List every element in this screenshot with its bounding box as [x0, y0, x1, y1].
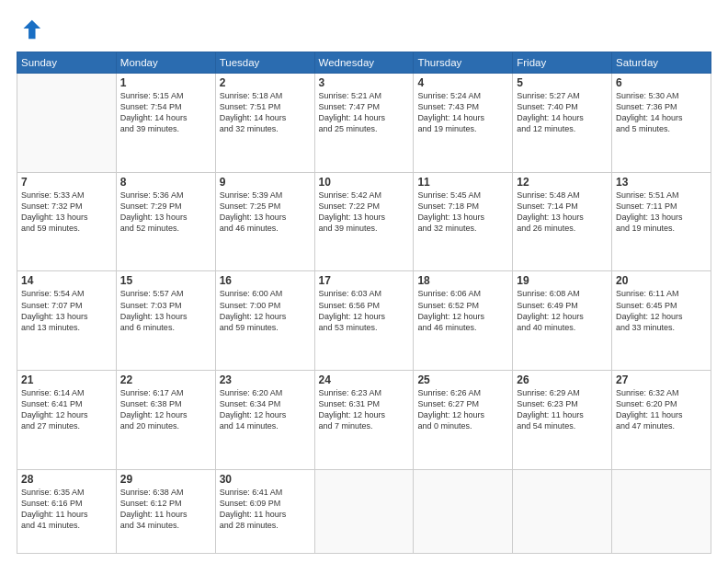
- calendar-cell: 22Sunrise: 6:17 AM Sunset: 6:38 PM Dayli…: [116, 371, 215, 470]
- cell-text: Sunrise: 6:14 AM Sunset: 6:41 PM Dayligh…: [21, 387, 112, 432]
- calendar-cell: 19Sunrise: 6:08 AM Sunset: 6:49 PM Dayli…: [513, 271, 612, 371]
- day-number: 23: [220, 373, 311, 386]
- calendar-cell: 14Sunrise: 5:54 AM Sunset: 7:07 PM Dayli…: [17, 271, 117, 371]
- day-number: 12: [517, 176, 608, 189]
- cell-text: Sunrise: 5:39 AM Sunset: 7:25 PM Dayligh…: [220, 190, 311, 235]
- calendar-cell: [612, 469, 711, 553]
- day-number: 21: [21, 373, 112, 386]
- day-number: 28: [21, 473, 112, 486]
- calendar-week-row: 14Sunrise: 5:54 AM Sunset: 7:07 PM Dayli…: [17, 271, 711, 371]
- logo-icon: [17, 17, 42, 42]
- day-number: 20: [616, 274, 707, 287]
- day-number: 1: [120, 76, 211, 89]
- calendar-cell: 1Sunrise: 5:15 AM Sunset: 7:54 PM Daylig…: [116, 74, 215, 173]
- day-number: 7: [21, 176, 112, 189]
- day-number: 25: [417, 373, 508, 386]
- day-number: 26: [517, 373, 608, 386]
- cell-text: Sunrise: 5:42 AM Sunset: 7:22 PM Dayligh…: [319, 190, 410, 235]
- cell-text: Sunrise: 6:32 AM Sunset: 6:20 PM Dayligh…: [616, 387, 707, 432]
- cell-text: Sunrise: 5:45 AM Sunset: 7:18 PM Dayligh…: [417, 190, 508, 235]
- cell-text: Sunrise: 6:26 AM Sunset: 6:27 PM Dayligh…: [417, 387, 508, 432]
- cell-text: Sunrise: 6:20 AM Sunset: 6:34 PM Dayligh…: [220, 387, 311, 432]
- calendar-cell: 13Sunrise: 5:51 AM Sunset: 7:11 PM Dayli…: [612, 172, 711, 271]
- day-number: 2: [220, 76, 311, 89]
- day-number: 19: [517, 274, 608, 287]
- calendar-cell: [314, 469, 414, 553]
- day-number: 30: [220, 473, 311, 486]
- day-number: 8: [120, 176, 211, 189]
- day-number: 27: [616, 373, 707, 386]
- day-number: 16: [220, 274, 311, 287]
- cell-text: Sunrise: 6:06 AM Sunset: 6:52 PM Dayligh…: [417, 288, 508, 333]
- day-number: 29: [120, 473, 211, 486]
- day-header-saturday: Saturday: [612, 52, 711, 74]
- cell-text: Sunrise: 5:36 AM Sunset: 7:29 PM Dayligh…: [120, 190, 211, 235]
- cell-text: Sunrise: 5:33 AM Sunset: 7:32 PM Dayligh…: [21, 190, 112, 235]
- calendar-cell: 7Sunrise: 5:33 AM Sunset: 7:32 PM Daylig…: [17, 172, 117, 271]
- calendar-cell: 28Sunrise: 6:35 AM Sunset: 6:16 PM Dayli…: [17, 469, 117, 553]
- calendar-cell: 15Sunrise: 5:57 AM Sunset: 7:03 PM Dayli…: [116, 271, 215, 371]
- calendar-cell: 3Sunrise: 5:21 AM Sunset: 7:47 PM Daylig…: [314, 74, 414, 173]
- calendar-cell: 21Sunrise: 6:14 AM Sunset: 6:41 PM Dayli…: [17, 371, 117, 470]
- day-number: 5: [517, 76, 608, 89]
- cell-text: Sunrise: 6:00 AM Sunset: 7:00 PM Dayligh…: [220, 288, 311, 333]
- cell-text: Sunrise: 5:15 AM Sunset: 7:54 PM Dayligh…: [120, 90, 211, 135]
- svg-marker-0: [23, 20, 40, 40]
- day-number: 17: [319, 274, 410, 287]
- calendar-week-row: 21Sunrise: 6:14 AM Sunset: 6:41 PM Dayli…: [17, 371, 711, 470]
- calendar-cell: 9Sunrise: 5:39 AM Sunset: 7:25 PM Daylig…: [215, 172, 314, 271]
- cell-text: Sunrise: 6:17 AM Sunset: 6:38 PM Dayligh…: [120, 387, 211, 432]
- calendar-cell: 29Sunrise: 6:38 AM Sunset: 6:12 PM Dayli…: [116, 469, 215, 553]
- cell-text: Sunrise: 6:08 AM Sunset: 6:49 PM Dayligh…: [517, 288, 608, 333]
- cell-text: Sunrise: 5:54 AM Sunset: 7:07 PM Dayligh…: [21, 288, 112, 333]
- day-header-sunday: Sunday: [17, 52, 117, 74]
- calendar-cell: 12Sunrise: 5:48 AM Sunset: 7:14 PM Dayli…: [513, 172, 612, 271]
- calendar-cell: 6Sunrise: 5:30 AM Sunset: 7:36 PM Daylig…: [612, 74, 711, 173]
- day-number: 6: [616, 76, 707, 89]
- cell-text: Sunrise: 6:11 AM Sunset: 6:45 PM Dayligh…: [616, 288, 707, 333]
- calendar-cell: 30Sunrise: 6:41 AM Sunset: 6:09 PM Dayli…: [215, 469, 314, 553]
- day-number: 4: [417, 76, 508, 89]
- cell-text: Sunrise: 6:23 AM Sunset: 6:31 PM Dayligh…: [319, 387, 410, 432]
- day-number: 11: [417, 176, 508, 189]
- day-number: 9: [220, 176, 311, 189]
- cell-text: Sunrise: 5:51 AM Sunset: 7:11 PM Dayligh…: [616, 190, 707, 235]
- calendar-cell: 23Sunrise: 6:20 AM Sunset: 6:34 PM Dayli…: [215, 371, 314, 470]
- calendar-table: SundayMondayTuesdayWednesdayThursdayFrid…: [17, 52, 711, 554]
- day-number: 3: [319, 76, 410, 89]
- calendar-cell: 27Sunrise: 6:32 AM Sunset: 6:20 PM Dayli…: [612, 371, 711, 470]
- calendar-cell: 26Sunrise: 6:29 AM Sunset: 6:23 PM Dayli…: [513, 371, 612, 470]
- cell-text: Sunrise: 5:30 AM Sunset: 7:36 PM Dayligh…: [616, 90, 707, 135]
- calendar-week-row: 28Sunrise: 6:35 AM Sunset: 6:16 PM Dayli…: [17, 469, 711, 553]
- calendar-header-row: SundayMondayTuesdayWednesdayThursdayFrid…: [17, 52, 711, 74]
- calendar-cell: 10Sunrise: 5:42 AM Sunset: 7:22 PM Dayli…: [314, 172, 414, 271]
- cell-text: Sunrise: 5:27 AM Sunset: 7:40 PM Dayligh…: [517, 90, 608, 135]
- header: [17, 17, 711, 42]
- calendar-cell: 20Sunrise: 6:11 AM Sunset: 6:45 PM Dayli…: [612, 271, 711, 371]
- cell-text: Sunrise: 5:48 AM Sunset: 7:14 PM Dayligh…: [517, 190, 608, 235]
- cell-text: Sunrise: 6:29 AM Sunset: 6:23 PM Dayligh…: [517, 387, 608, 432]
- day-number: 24: [319, 373, 410, 386]
- cell-text: Sunrise: 6:41 AM Sunset: 6:09 PM Dayligh…: [220, 487, 311, 532]
- day-number: 15: [120, 274, 211, 287]
- cell-text: Sunrise: 5:18 AM Sunset: 7:51 PM Dayligh…: [220, 90, 311, 135]
- calendar-cell: 11Sunrise: 5:45 AM Sunset: 7:18 PM Dayli…: [414, 172, 513, 271]
- cell-text: Sunrise: 5:57 AM Sunset: 7:03 PM Dayligh…: [120, 288, 211, 333]
- day-header-friday: Friday: [513, 52, 612, 74]
- day-header-wednesday: Wednesday: [314, 52, 414, 74]
- cell-text: Sunrise: 6:38 AM Sunset: 6:12 PM Dayligh…: [120, 487, 211, 532]
- calendar-cell: 16Sunrise: 6:00 AM Sunset: 7:00 PM Dayli…: [215, 271, 314, 371]
- calendar-cell: [513, 469, 612, 553]
- cell-text: Sunrise: 5:24 AM Sunset: 7:43 PM Dayligh…: [417, 90, 508, 135]
- calendar-week-row: 1Sunrise: 5:15 AM Sunset: 7:54 PM Daylig…: [17, 74, 711, 173]
- calendar-cell: 5Sunrise: 5:27 AM Sunset: 7:40 PM Daylig…: [513, 74, 612, 173]
- day-number: 14: [21, 274, 112, 287]
- day-number: 22: [120, 373, 211, 386]
- calendar-cell: 17Sunrise: 6:03 AM Sunset: 6:56 PM Dayli…: [314, 271, 414, 371]
- day-header-thursday: Thursday: [414, 52, 513, 74]
- day-header-tuesday: Tuesday: [215, 52, 314, 74]
- cell-text: Sunrise: 5:21 AM Sunset: 7:47 PM Dayligh…: [319, 90, 410, 135]
- calendar-cell: 2Sunrise: 5:18 AM Sunset: 7:51 PM Daylig…: [215, 74, 314, 173]
- day-number: 18: [417, 274, 508, 287]
- page: SundayMondayTuesdayWednesdayThursdayFrid…: [0, 0, 728, 563]
